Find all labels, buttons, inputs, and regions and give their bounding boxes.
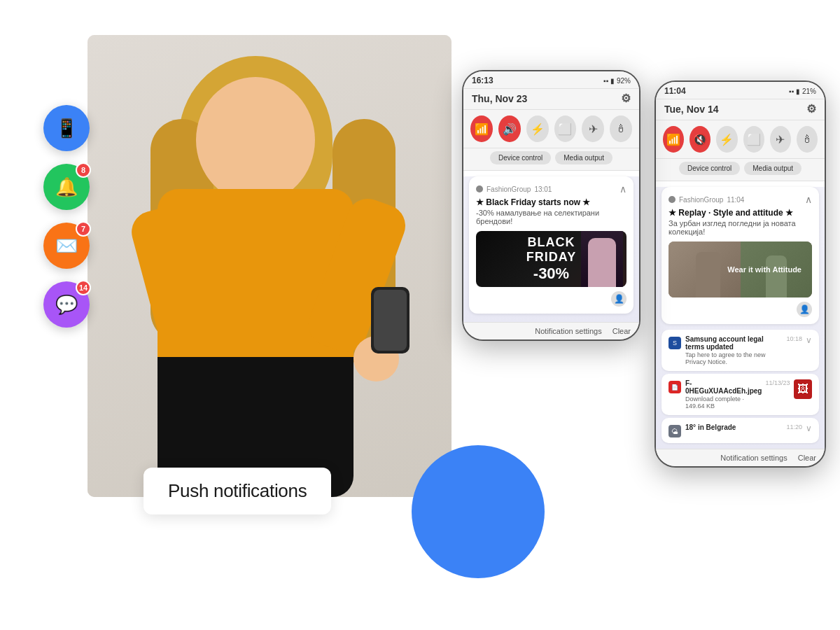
file-notif-time: 11/13/23 [765,379,790,386]
phone2-app-name: FashionGroup [679,196,723,204]
phone-mockup-1: 16:13 ▪▪ ▮ 92% Thu, Nov 23 ⚙ 📶 🔊 ⚡ ⬜ ✈ 🕯 [462,70,640,341]
chat-icon: 💬 [55,294,78,316]
phone2-notif-time: 11:04 [727,196,744,204]
phone1-flashlight-icon[interactable]: 🕯 [610,115,632,142]
held-phone-screen [374,290,407,351]
phone2-volume-icon[interactable]: 🔇 [690,126,710,153]
samsung-notif-chevron[interactable]: ∨ [806,335,812,345]
phone2-settings-icon[interactable]: ⚙ [806,102,816,115]
phone1-settings-icon[interactable]: ⚙ [621,92,631,105]
push-label-card: Push notifications [144,468,331,514]
phone2-notif-card[interactable]: FashionGroup 11:04 ∧ ★ Replay · Style an… [662,187,819,324]
phone2-status-icons: ▪▪ ▮ 21% [789,88,816,95]
woman-photo-container [88,35,451,497]
weather-notif-left: 🌤 18° in Belgrade [668,424,783,438]
phone1-time: 16:13 [472,76,493,85]
push-label-text: Push notifications [168,480,307,501]
phone2-airplane-icon[interactable]: ✈ [770,126,791,153]
phone1-airplane-icon[interactable]: ✈ [582,115,604,142]
phone1-quick-settings: 📶 🔊 ⚡ ⬜ ✈ 🕯 [463,110,639,148]
phone1-notif-card[interactable]: FashionGroup 13:01 ∧ ★ Black Friday star… [469,176,634,314]
phone2-notif-app: FashionGroup 11:04 [668,196,744,204]
phone-mockup-2: 11:04 ▪▪ ▮ 21% Tue, Nov 14 ⚙ 📶 🔇 ⚡ ⬜ ✈ 🕯 [654,80,826,468]
phone1-media-output-btn[interactable]: Media output [555,151,612,164]
file-notif-left: 📄 F-0HEGuXUAAcdEh.jpeg Download complete… [668,379,762,410]
phone2-signal: ▪▪ [789,88,794,95]
file-notif[interactable]: 📄 F-0HEGuXUAAcdEh.jpeg Download complete… [662,374,819,415]
phone1-app-dot [476,186,483,192]
phone2-device-control-btn[interactable]: Device control [679,162,740,175]
phone1-volume-icon[interactable]: 🔊 [498,115,521,142]
phone1-notif-time: 13:01 [534,186,552,193]
phone1-collapse-icon[interactable]: ∧ [620,183,626,195]
bf-discount: -30% [526,265,576,283]
weather-notif-chevron[interactable]: ∨ [806,424,812,433]
phone2-settings-bar: Notification settings Clear [656,449,825,466]
weather-icon: 🌤 [668,425,681,438]
phone1-notif-image: BLACK FRIDAY -30% [476,231,626,287]
email-icon: ✉️ [55,235,78,257]
phone2-flashlight-icon[interactable]: 🕯 [797,126,818,153]
email-badge: 7 [76,221,91,237]
phone2-status-bar: 11:04 ▪▪ ▮ 21% [656,82,825,99]
file-notif-body: Download complete · 149.64 KB [685,396,762,410]
phone2-bluetooth-icon[interactable]: ⚡ [716,126,737,153]
phone1-signal: ▪▪ [603,77,608,85]
samsung-notif-left: S Samsung account legal terms updated Ta… [668,335,783,365]
phone2-avatar: 👤 [797,302,812,317]
bf-text-overlay: BLACK FRIDAY -30% [526,235,576,283]
phone1-notif-settings-btn[interactable]: Notification settings [535,327,601,335]
phone2-clear-btn[interactable]: Clear [798,454,816,462]
phone1-notif-title: ★ Black Friday starts now ★ [476,197,626,207]
samsung-notif[interactable]: S Samsung account legal terms updated Ta… [662,330,819,371]
phone2-media-output-btn[interactable]: Media output [744,162,802,175]
held-phone [371,287,410,354]
phone1-bluetooth-icon[interactable]: ⚡ [526,115,549,142]
phone1-settings-bar: Notification settings Clear [463,322,639,340]
bubble-chat[interactable]: 💬 14 [43,281,90,328]
phone1-app-name: FashionGroup [486,186,531,193]
samsung-notif-time: 10:18 [786,335,802,342]
decorative-circle [412,445,545,578]
phone2-collapse-icon[interactable]: ∧ [805,194,812,205]
phones-container: 16:13 ▪▪ ▮ 92% Thu, Nov 23 ⚙ 📶 🔊 ⚡ ⬜ ✈ 🕯 [462,70,826,468]
weather-notif-content: 18° in Belgrade [685,424,783,431]
phone2-notif-body: За урбан изглед погледни ја новата колек… [668,219,812,236]
phone1-notif-body: -30% намалување на селектирани брендови! [476,209,626,225]
phone2-battery: ▮ 21% [796,88,816,95]
bubble-phone[interactable]: 📱 [43,105,90,151]
phone1-wifi-icon[interactable]: 📶 [470,115,493,142]
bf-model-image [581,231,623,287]
bf-title: BLACK [526,235,576,250]
phone2-quick-settings: 📶 🔇 ⚡ ⬜ ✈ 🕯 [656,120,825,159]
phone1-screen-icon[interactable]: ⬜ [554,115,577,142]
bf-title2: FRIDAY [526,250,576,265]
phone1-avatar: 👤 [611,291,626,307]
file-thumbnail: 🖼 [794,379,812,399]
bubble-email[interactable]: ✉️ 7 [43,223,90,269]
bell-badge: 8 [76,162,91,178]
phone1-status-icons: ▪▪ ▮ 92% [603,77,631,85]
attitude-text-overlay: Wear it with Attitude [720,258,808,281]
phone1-notif-area: FashionGroup 13:01 ∧ ★ Black Friday star… [463,176,639,322]
chat-badge: 14 [76,280,91,295]
weather-notif[interactable]: 🌤 18° in Belgrade 11:20 ∨ [662,418,819,443]
phone2-notif-area: FashionGroup 11:04 ∧ ★ Replay · Style an… [656,187,825,449]
phone2-notif-footer: 👤 [668,302,812,317]
bell-icon: 🔔 [55,176,78,198]
file-icon: 📄 [668,381,681,393]
phone1-clear-btn[interactable]: Clear [612,327,631,335]
phone1-battery: ▮ 92% [610,77,631,85]
phone1-notif-footer: 👤 [476,291,626,307]
phone1-device-control-btn[interactable]: Device control [490,151,551,164]
phone2-screen-icon[interactable]: ⬜ [743,126,764,153]
phone1-qs-buttons: Device control Media output [463,148,639,171]
phone2-notif-settings-btn[interactable]: Notification settings [720,454,787,462]
phone2-notif-image: Wear it with Attitude [668,241,812,298]
phone1-date-row: Thu, Nov 23 ⚙ [463,89,639,110]
bubble-bell[interactable]: 🔔 8 [43,164,90,210]
phone1-status-bar: 16:13 ▪▪ ▮ 92% [463,71,639,89]
phone2-wifi-icon[interactable]: 📶 [663,126,684,153]
file-notif-title: F-0HEGuXUAAcdEh.jpeg [685,379,762,395]
samsung-notif-body: Tap here to agree to the new Privacy Not… [685,351,783,365]
